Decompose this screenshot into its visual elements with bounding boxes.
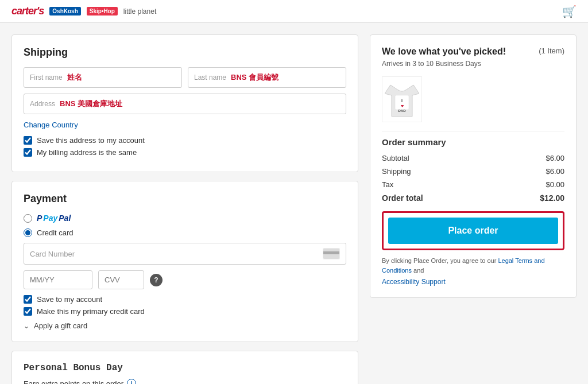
- left-column: Shipping First name 姓名 Last name BNS 會員編…: [11, 34, 358, 384]
- payment-section: Payment PPayPal Credit card Card Number: [11, 181, 358, 342]
- item-count: (1 Item): [539, 46, 564, 55]
- save-card-row: Save to my account: [24, 295, 346, 304]
- tax-row: Tax $0.00: [382, 180, 564, 189]
- accessibility-link[interactable]: Accessibility Support: [382, 278, 564, 286]
- site-header: carter's OshKosh Skip•Hop little planet …: [0, 0, 588, 23]
- subtotal-row: Subtotal $6.00: [382, 154, 564, 162]
- shipping-value: $6.00: [546, 167, 564, 176]
- credit-card-radio[interactable]: [24, 228, 32, 237]
- card-number-field[interactable]: Card Number: [24, 243, 346, 265]
- apply-gift-label: Apply a gift card: [34, 321, 87, 330]
- arrives-text: Arrives in 3 to 10 Business Days: [382, 60, 564, 68]
- last-name-value: BNS 會員編號: [231, 72, 278, 83]
- paypal-radio[interactable]: [24, 214, 32, 223]
- order-summary-card: We love what you've picked! (1 Item) Arr…: [370, 34, 577, 298]
- shipping-title: Shipping: [24, 46, 346, 59]
- terms-and: and: [413, 267, 424, 274]
- personal-bonus-section: Personal Bonus Day Earn extra points on …: [11, 351, 358, 384]
- chevron-down-icon: ⌄: [24, 322, 29, 330]
- primary-card-checkbox[interactable]: [24, 307, 32, 316]
- little-planet-logo[interactable]: little planet: [123, 7, 156, 15]
- terms-text: By clicking Place Order, you agree to ou…: [382, 256, 564, 275]
- love-title: We love what you've picked!: [382, 46, 506, 57]
- place-order-button[interactable]: Place order: [388, 218, 558, 244]
- card-type-icon: [323, 248, 340, 259]
- right-column: We love what you've picked! (1 Item) Arr…: [370, 34, 577, 384]
- address-value: BNS 美國倉庫地址: [60, 99, 122, 109]
- shipping-label: Shipping: [382, 167, 411, 176]
- save-address-label: Save this address to my account: [37, 136, 145, 145]
- address-label: Address: [30, 100, 55, 108]
- svg-text:❤: ❤: [401, 104, 404, 108]
- total-label: Order total: [382, 193, 423, 203]
- shipping-section: Shipping First name 姓名 Last name BNS 會員編…: [11, 34, 358, 172]
- billing-same-label: My billing address is the same: [37, 148, 137, 157]
- product-image: I ❤ DAD: [382, 76, 422, 122]
- skiphop-logo[interactable]: Skip•Hop: [87, 7, 118, 15]
- cvv-help-icon[interactable]: ?: [150, 274, 163, 286]
- billing-same-row: My billing address is the same: [24, 148, 346, 157]
- billing-same-checkbox[interactable]: [24, 148, 32, 157]
- earn-points-text: Earn extra points on this order: [24, 379, 123, 385]
- credit-card-row: Credit card: [24, 228, 346, 237]
- bonus-title: Personal Bonus Day: [24, 363, 346, 373]
- place-order-wrapper: Place order: [382, 211, 564, 250]
- info-icon[interactable]: i: [127, 379, 136, 384]
- change-country-link[interactable]: Change Country: [24, 121, 78, 129]
- card-number-placeholder: Card Number: [30, 250, 75, 258]
- payment-title: Payment: [24, 193, 346, 205]
- save-address-row: Save this address to my account: [24, 136, 346, 145]
- credit-card-label: Credit card: [37, 228, 74, 237]
- svg-text:DAD: DAD: [399, 109, 407, 113]
- name-row: First name 姓名 Last name BNS 會員編號: [24, 67, 346, 88]
- earn-points-row: Earn extra points on this order i: [24, 379, 346, 384]
- total-value: $12.00: [540, 193, 564, 203]
- subtotal-value: $6.00: [546, 154, 564, 162]
- cvv-field[interactable]: [98, 270, 144, 289]
- save-address-checkbox[interactable]: [24, 136, 32, 145]
- first-name-label: First name: [30, 73, 63, 82]
- primary-card-row: Make this my primary credit card: [24, 307, 346, 316]
- summary-title: Order summary: [382, 137, 564, 147]
- primary-card-label: Make this my primary credit card: [37, 307, 145, 316]
- order-header: We love what you've picked! (1 Item): [382, 46, 564, 57]
- tax-label: Tax: [382, 180, 393, 189]
- terms-prefix: By clicking Place Order, you agree to ou…: [382, 257, 496, 264]
- divider-1: [382, 131, 564, 131]
- last-name-field[interactable]: Last name BNS 會員編號: [188, 67, 346, 88]
- paypal-row: PPayPal: [24, 214, 346, 223]
- subtotal-label: Subtotal: [382, 154, 409, 162]
- svg-text:I: I: [401, 99, 403, 103]
- paypal-logo: PPayPal: [37, 214, 71, 223]
- save-card-label: Save to my account: [37, 295, 102, 304]
- oshkosh-logo[interactable]: OshKosh: [49, 7, 80, 15]
- save-card-checkbox[interactable]: [24, 295, 32, 304]
- first-name-field[interactable]: First name 姓名: [24, 67, 182, 88]
- carters-logo[interactable]: carter's: [11, 5, 44, 17]
- tax-value: $0.00: [546, 180, 564, 189]
- last-name-label: Last name: [194, 73, 226, 82]
- main-container: Shipping First name 姓名 Last name BNS 會員編…: [0, 23, 588, 384]
- svg-rect-1: [323, 251, 339, 254]
- cart-icon[interactable]: 🛒: [562, 5, 577, 18]
- first-name-value: 姓名: [67, 72, 82, 83]
- total-row: Order total $12.00: [382, 193, 564, 203]
- expiry-field[interactable]: [24, 270, 92, 289]
- brand-logos: carter's OshKosh Skip•Hop little planet: [11, 5, 156, 17]
- address-field[interactable]: Address BNS 美國倉庫地址: [24, 94, 346, 114]
- apply-gift-row[interactable]: ⌄ Apply a gift card: [24, 321, 346, 330]
- tshirt-svg: I ❤ DAD: [385, 79, 419, 119]
- expiry-cvv-row: ?: [24, 270, 346, 289]
- shipping-row: Shipping $6.00: [382, 167, 564, 176]
